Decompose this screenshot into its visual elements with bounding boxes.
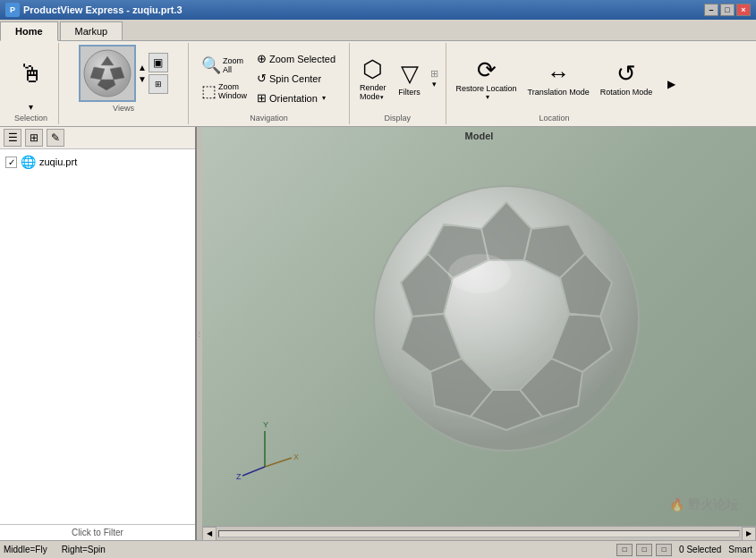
middle-label: Middle=Fly <box>4 545 47 554</box>
filters-icon: ▽ <box>401 60 419 88</box>
tree-area: ✓ 🌐 zuqiu.prt <box>0 149 195 524</box>
spin-center-button[interactable]: ↺ Spin Center <box>252 69 340 88</box>
view-up-arrow[interactable]: ▲ <box>138 63 147 72</box>
location-group: ⟳ Restore Location ▾ ↔ Translation Mode … <box>446 43 663 124</box>
zoom-stack: 🔍 ZoomAll ⬚ ZoomWindow <box>198 53 251 104</box>
status-btn-3[interactable]: □ <box>656 544 672 556</box>
scroll-left-button[interactable]: ◀ <box>202 527 217 541</box>
statusbar-right: □ □ □ 0 Selected Smart <box>616 544 752 556</box>
left-panel: ☰ ⊞ ✎ ✓ 🌐 zuqiu.prt Click to Filter <box>0 127 197 540</box>
globe-icon: 🌐 <box>21 155 36 169</box>
navigation-label: Navigation <box>250 114 288 123</box>
restore-location-icon: ⟳ <box>477 56 497 84</box>
thumbnail-soccer-ball <box>81 47 133 99</box>
translation-mode-button[interactable]: ↔ Translation Mode <box>523 57 594 99</box>
svg-line-21 <box>242 467 265 476</box>
panel-list-button[interactable]: ☰ <box>4 129 21 147</box>
zoom-selected-label: Zoom Selected <box>269 54 336 64</box>
navigation-group: 🔍 ZoomAll ⬚ ZoomWindow ⊕ Zoom Selected <box>189 43 350 124</box>
ribbon-content: 🖱 ▾ Selection <box>0 41 756 126</box>
selection-icon-area: 🖱 <box>19 45 44 102</box>
mode-label: Smart <box>728 545 752 554</box>
tab-markup[interactable]: Markup <box>60 21 123 40</box>
tree-item-checkbox[interactable]: ✓ <box>5 156 17 168</box>
ribbon: Home Markup 🖱 ▾ Selection <box>0 20 756 127</box>
view-grid-buttons: ▣ ⊞ <box>149 53 168 94</box>
left-panel-footer: Click to Filter <box>0 524 195 540</box>
selection-dropdown[interactable]: ▾ <box>29 102 33 112</box>
zoom-all-label: ZoomAll <box>223 56 243 74</box>
viewport[interactable]: Model <box>202 127 756 540</box>
app-icon: P <box>5 3 20 17</box>
orientation-dropdown-arrow: ▾ <box>322 94 326 102</box>
cursor-icon: 🖱 <box>19 59 44 89</box>
zoom-window-label: ZoomWindow <box>218 82 247 100</box>
view-arrows: ▲ ▼ <box>138 63 147 84</box>
restore-location-button[interactable]: ⟳ Restore Location ▾ <box>452 54 522 104</box>
restore-location-dropdown: ▾ <box>486 93 489 101</box>
ribbon-more-arrow[interactable]: ▶ <box>666 78 678 90</box>
render-mode-button[interactable]: ⬡ RenderMode▾ <box>355 53 391 104</box>
left-panel-toolbar: ☰ ⊞ ✎ <box>0 127 195 149</box>
views-content: ▲ ▼ ▣ ⊞ <box>79 45 168 102</box>
rotation-mode-icon: ↺ <box>616 60 636 88</box>
watermark-text: 🔥 野火论坛 <box>669 497 738 512</box>
zoom-all-icon: 🔍 <box>201 55 221 75</box>
scroll-right-button[interactable]: ▶ <box>742 527 756 541</box>
viewport-scrollbar[interactable]: ◀ ▶ <box>202 526 756 540</box>
svg-point-18 <box>448 254 511 293</box>
zoom-window-button[interactable]: ⬚ ZoomWindow <box>198 79 251 104</box>
zoom-all-button[interactable]: 🔍 ZoomAll <box>198 53 251 78</box>
tab-home[interactable]: Home <box>0 21 58 41</box>
zoom-selected-button[interactable]: ⊕ Zoom Selected <box>252 49 340 68</box>
main-area: ☰ ⊞ ✎ ✓ 🌐 zuqiu.prt Click to Filter ⋮ Mo… <box>0 127 756 540</box>
statusbar: Middle=Fly Right=Spin □ □ □ 0 Selected S… <box>0 540 756 558</box>
panel-grid-button[interactable]: ⊞ <box>25 129 43 147</box>
render-mode-label: RenderMode▾ <box>360 83 386 101</box>
minimize-button[interactable]: – <box>704 4 718 16</box>
orientation-button[interactable]: ⊞ Orientation ▾ <box>252 89 340 107</box>
display-extras: ⊞ ▾ <box>429 66 440 90</box>
display-group: ⬡ RenderMode▾ ▽ Filters ⊞ ▾ Display <box>350 43 446 124</box>
location-content: ⟳ Restore Location ▾ ↔ Translation Mode … <box>452 45 658 112</box>
close-button[interactable]: × <box>736 4 751 16</box>
spin-center-icon: ↺ <box>257 72 267 85</box>
translation-mode-label: Translation Mode <box>528 88 590 97</box>
view-thumbnail[interactable] <box>79 45 136 102</box>
selected-count: 0 Selected <box>679 545 721 554</box>
filter-label: Click to Filter <box>72 528 123 537</box>
watermark: 🔥 野火论坛 <box>669 495 738 513</box>
ribbon-more[interactable]: ▶ <box>662 43 682 124</box>
display-content: ⬡ RenderMode▾ ▽ Filters ⊞ ▾ <box>355 45 440 112</box>
orientation-label: Orientation <box>269 93 318 104</box>
multi-view-button[interactable]: ⊞ <box>149 74 168 94</box>
restore-location-label: Restore Location <box>456 84 517 93</box>
svg-line-19 <box>265 458 292 467</box>
status-btn-1[interactable]: □ <box>616 544 633 556</box>
views-group: ▲ ▼ ▣ ⊞ Views <box>59 43 189 124</box>
status-btn-2[interactable]: □ <box>636 544 652 556</box>
right-label: Right=Spin <box>62 545 106 554</box>
translation-mode-icon: ↔ <box>547 60 570 88</box>
location-label: Location <box>539 114 569 123</box>
x-axis-label: X <box>293 452 299 461</box>
scroll-track[interactable] <box>218 530 740 537</box>
titlebar: P ProductView Express - zuqiu.prt.3 – □ … <box>0 0 756 20</box>
zoom-window-icon: ⬚ <box>201 81 217 101</box>
view-down-arrow[interactable]: ▼ <box>138 74 147 84</box>
statusbar-left: Middle=Fly Right=Spin <box>4 545 602 554</box>
nav-right-col: ⊕ Zoom Selected ↺ Spin Center ⊞ Orientat… <box>252 49 340 107</box>
coordinate-axis: X Y Z <box>229 413 301 486</box>
single-view-button[interactable]: ▣ <box>149 53 168 72</box>
maximize-button[interactable]: □ <box>720 4 735 16</box>
tree-item[interactable]: ✓ 🌐 zuqiu.prt <box>4 153 191 171</box>
spin-center-label: Spin Center <box>269 73 321 84</box>
views-label: Views <box>113 104 134 113</box>
panel-filter-button[interactable]: ✎ <box>47 129 64 147</box>
rotation-mode-button[interactable]: ↺ Rotation Mode <box>596 57 658 99</box>
filters-label: Filters <box>398 88 420 97</box>
display-label: Display <box>385 114 412 123</box>
filters-button[interactable]: ▽ Filters <box>393 57 427 99</box>
display-extra-btn[interactable]: ▾ <box>432 80 437 89</box>
z-axis-label: Z <box>236 472 242 481</box>
